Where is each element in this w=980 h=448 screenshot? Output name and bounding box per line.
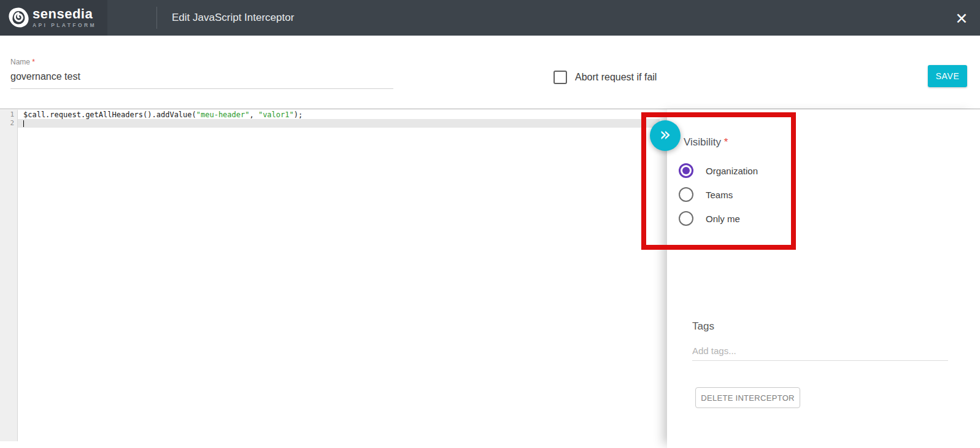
save-button[interactable]: SAVE [928, 65, 967, 87]
brand-name: sensedia [33, 7, 96, 21]
close-button[interactable]: ✕ [951, 7, 973, 29]
page-title: Edit JavaScript Interceptor [172, 0, 294, 36]
radio-teams[interactable]: Teams [679, 187, 733, 202]
radio-button-icon [679, 163, 693, 178]
close-icon: ✕ [955, 11, 968, 26]
sensedia-mark-icon [7, 6, 30, 29]
name-field: Name * [10, 56, 393, 89]
app-header: sensedia API PLATFORM Edit JavaScript In… [0, 0, 980, 36]
code-segment: , [249, 110, 258, 119]
code-line-1: $call.request.getAllHeaders().addValue("… [23, 111, 303, 120]
name-label: Name * [10, 58, 35, 66]
radio-button-icon [679, 187, 693, 202]
editor-gutter: 1 2 [0, 110, 18, 441]
name-input[interactable] [10, 67, 393, 89]
active-line-highlight [0, 119, 660, 128]
code-segment: ); [294, 110, 303, 119]
visibility-label: Visibility * [684, 136, 728, 149]
radio-label: Teams [706, 190, 733, 200]
abort-checkbox-row: Abort request if fail [554, 71, 657, 84]
radio-only-me[interactable]: Only me [679, 211, 740, 226]
brand-logo: sensedia API PLATFORM [0, 0, 107, 36]
code-segment: $call.request.getAllHeaders().addValue( [23, 110, 196, 119]
radio-dot [682, 167, 690, 174]
required-asterisk: * [32, 58, 35, 66]
radio-button-icon [679, 211, 693, 226]
abort-checkbox[interactable] [554, 71, 567, 84]
required-asterisk: * [724, 136, 728, 148]
line-number: 2 [0, 119, 17, 128]
code-string: "valor1" [258, 110, 294, 119]
edit-javascript-interceptor-screen: sensedia API PLATFORM Edit JavaScript In… [0, 0, 980, 448]
double-chevron-right-icon: » [660, 125, 671, 144]
radio-organization[interactable]: Organization [679, 163, 758, 178]
brand-text: sensedia API PLATFORM [33, 7, 96, 28]
panel-collapse-button[interactable]: » [650, 120, 681, 151]
tags-label: Tags [692, 320, 714, 333]
delete-interceptor-button[interactable]: DELETE INTERCEPTOR [695, 387, 800, 408]
radio-label: Only me [706, 214, 740, 224]
text-cursor [23, 120, 24, 127]
code-string: "meu-header" [196, 110, 250, 119]
brand-tagline: API PLATFORM [33, 23, 96, 28]
radio-label: Organization [706, 166, 758, 176]
line-number: 1 [0, 110, 17, 119]
header-divider [156, 7, 157, 29]
tags-input[interactable] [692, 341, 948, 361]
abort-checkbox-label: Abort request if fail [575, 72, 657, 83]
